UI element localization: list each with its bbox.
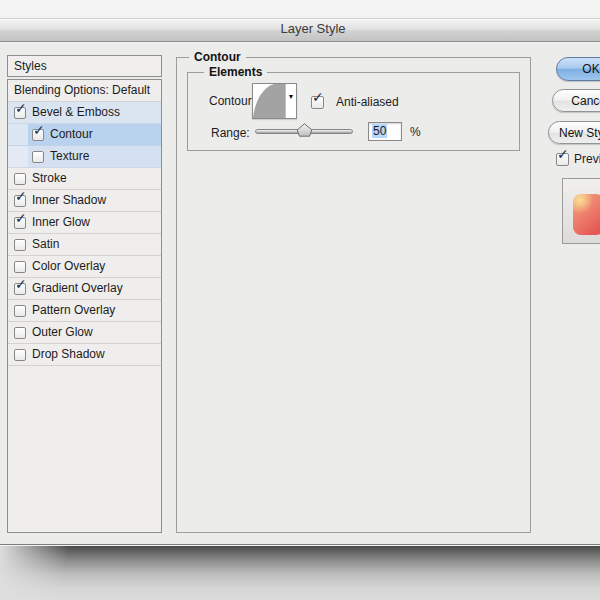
anti-aliased-label: Anti-aliased xyxy=(336,95,399,109)
sidebar-item-outer-glow[interactable]: Outer Glow xyxy=(8,322,161,344)
styles-header: Styles xyxy=(7,55,162,77)
sidebar-item-inner-shadow[interactable]: ✓ Inner Shadow xyxy=(8,190,161,212)
range-slider-thumb[interactable] xyxy=(296,123,313,137)
preview-control[interactable]: ✓ Preview xyxy=(556,152,600,166)
checkmark-icon: ✓ xyxy=(33,123,45,137)
drop-shadow-checkbox[interactable] xyxy=(14,349,26,361)
contour-group-title: Contour xyxy=(189,50,246,65)
sidebar-item-label: Color Overlay xyxy=(32,256,105,277)
style-preview-swatch xyxy=(562,178,600,244)
sidebar-item-label: Drop Shadow xyxy=(32,344,105,365)
styles-list: Blending Options: Default ✓ Bevel & Embo… xyxy=(7,79,162,533)
anti-aliased-checkbox[interactable]: ✓ xyxy=(311,96,324,109)
range-field-label: Range: xyxy=(211,126,250,140)
color-overlay-checkbox[interactable] xyxy=(14,261,26,273)
sidebar-item-gradient-overlay[interactable]: ✓ Gradient Overlay xyxy=(8,278,161,300)
checkmark-icon: ✓ xyxy=(557,147,569,161)
sidebar-item-label: Inner Shadow xyxy=(32,190,106,211)
sidebar-item-contour[interactable]: ✓ Contour xyxy=(8,124,161,146)
contour-checkbox[interactable]: ✓ xyxy=(32,129,44,141)
contour-dropdown-arrow-icon[interactable]: ▼ xyxy=(286,84,296,118)
bevel-emboss-checkbox[interactable]: ✓ xyxy=(14,107,26,119)
gradient-overlay-checkbox[interactable]: ✓ xyxy=(14,283,26,295)
sidebar-item-blending-options[interactable]: Blending Options: Default xyxy=(8,80,161,102)
sidebar-item-label: Stroke xyxy=(32,168,67,189)
checkmark-icon: ✓ xyxy=(15,211,27,225)
sidebar-item-label: Contour xyxy=(50,124,93,145)
checkmark-icon: ✓ xyxy=(15,189,27,203)
contour-picker[interactable]: ▼ xyxy=(252,83,297,119)
sidebar-item-label: Pattern Overlay xyxy=(32,300,115,321)
checkmark-icon: ✓ xyxy=(15,101,27,115)
preview-checkbox[interactable]: ✓ xyxy=(556,153,569,166)
inner-glow-checkbox[interactable]: ✓ xyxy=(14,217,26,229)
range-value-input[interactable]: 50 xyxy=(368,122,402,141)
texture-checkbox[interactable] xyxy=(32,151,44,163)
sidebar-item-stroke[interactable]: Stroke xyxy=(8,168,161,190)
checkmark-icon: ✓ xyxy=(312,90,324,104)
preview-label: Preview xyxy=(574,152,600,166)
sidebar-item-label: Bevel & Emboss xyxy=(32,102,120,123)
sidebar-item-label: Blending Options: Default xyxy=(14,80,150,101)
sidebar-item-color-overlay[interactable]: Color Overlay xyxy=(8,256,161,278)
range-value-text: 50 xyxy=(372,124,387,138)
elements-group-title: Elements xyxy=(204,65,267,80)
ok-button[interactable]: OK xyxy=(556,57,600,81)
sidebar-item-drop-shadow[interactable]: Drop Shadow xyxy=(8,344,161,366)
satin-checkbox[interactable] xyxy=(14,239,26,251)
sidebar-item-pattern-overlay[interactable]: Pattern Overlay xyxy=(8,300,161,322)
new-style-button[interactable]: New Style... xyxy=(548,121,600,144)
stroke-checkbox[interactable] xyxy=(14,173,26,185)
window-drop-shadow-fade xyxy=(0,546,90,600)
sidebar-item-label: Outer Glow xyxy=(32,322,93,343)
sidebar-item-texture[interactable]: Texture xyxy=(8,146,161,168)
inner-shadow-checkbox[interactable]: ✓ xyxy=(14,195,26,207)
anti-aliased-control[interactable]: ✓ Anti-aliased xyxy=(311,95,399,109)
window-title: Layer Style xyxy=(0,21,600,36)
contour-field-label: Contour: xyxy=(209,94,255,108)
contour-thumbnail-icon xyxy=(253,84,286,118)
outer-glow-checkbox[interactable] xyxy=(14,327,26,339)
cancel-button[interactable]: Cancel xyxy=(552,89,600,112)
checkmark-icon: ✓ xyxy=(15,277,27,291)
sidebar-item-label: Inner Glow xyxy=(32,212,90,233)
preview-swatch-image xyxy=(573,194,600,235)
sidebar-item-bevel-emboss[interactable]: ✓ Bevel & Emboss xyxy=(8,102,161,124)
sidebar-item-label: Texture xyxy=(50,146,89,167)
sidebar-item-label: Satin xyxy=(32,234,59,255)
window-drop-shadow xyxy=(0,546,600,600)
sidebar-item-inner-glow[interactable]: ✓ Inner Glow xyxy=(8,212,161,234)
sidebar-item-label: Gradient Overlay xyxy=(32,278,123,299)
sidebar-item-satin[interactable]: Satin xyxy=(8,234,161,256)
pattern-overlay-checkbox[interactable] xyxy=(14,305,26,317)
range-unit-label: % xyxy=(410,125,421,139)
